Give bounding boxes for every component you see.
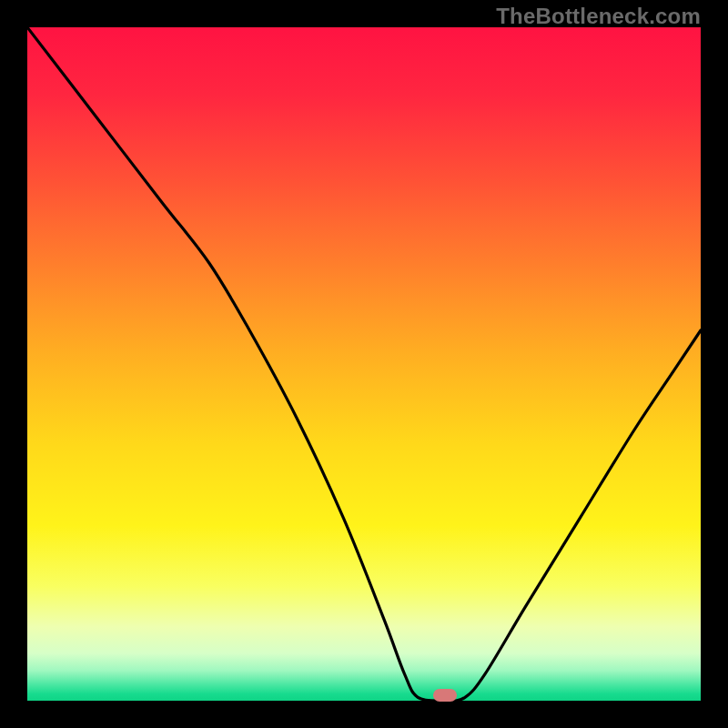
optimal-marker — [433, 689, 457, 702]
chart-container: TheBottleneck.com — [0, 0, 728, 728]
bottleneck-curve — [27, 27, 701, 701]
watermark-text: TheBottleneck.com — [496, 4, 701, 29]
plot-area — [27, 27, 701, 701]
